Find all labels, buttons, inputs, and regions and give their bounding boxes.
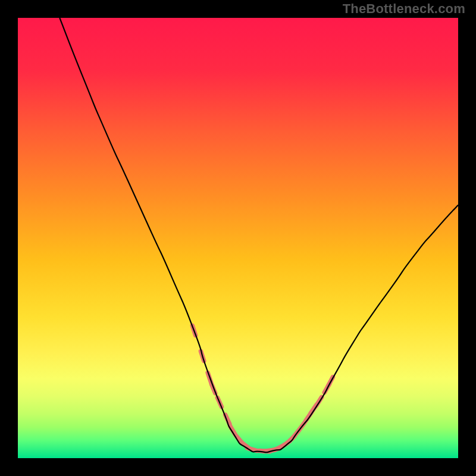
plot-area	[18, 18, 458, 458]
attribution-text: TheBottleneck.com	[343, 1, 465, 17]
chart-frame: TheBottleneck.com	[0, 0, 476, 476]
curve-layer	[18, 18, 458, 458]
bottleneck-curve	[60, 18, 458, 452]
